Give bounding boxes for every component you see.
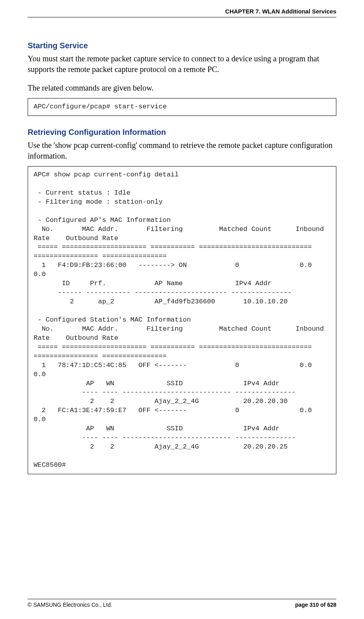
heading-starting-service: Starting Service xyxy=(28,41,336,50)
paragraph: Use the 'show pcap current-config' comma… xyxy=(28,140,336,161)
paragraph: The related commands are given below. xyxy=(28,83,336,93)
chapter-title: CHAPTER 7. WLAN Additional Services xyxy=(225,8,336,15)
footer-copyright: © SAMSUNG Electronics Co., Ltd. xyxy=(28,602,112,608)
code-block-start-service: APC/configure/pcap# start-service xyxy=(28,98,336,116)
paragraph: You must start the remote packet capture… xyxy=(28,53,336,75)
section-retrieving-config: Retrieving Configuration Information Use… xyxy=(28,128,336,474)
page-header: CHAPTER 7. WLAN Additional Services xyxy=(28,8,336,17)
section-starting-service: Starting Service You must start the remo… xyxy=(28,41,336,116)
footer-page-number: page 310 of 628 xyxy=(295,602,336,608)
heading-retrieving-config: Retrieving Configuration Information xyxy=(28,128,336,137)
code-block-show-config: APC# show pcap current-config detail - C… xyxy=(28,166,336,474)
page-container: CHAPTER 7. WLAN Additional Services Star… xyxy=(0,0,364,619)
page-footer: © SAMSUNG Electronics Co., Ltd. page 310… xyxy=(28,599,336,608)
